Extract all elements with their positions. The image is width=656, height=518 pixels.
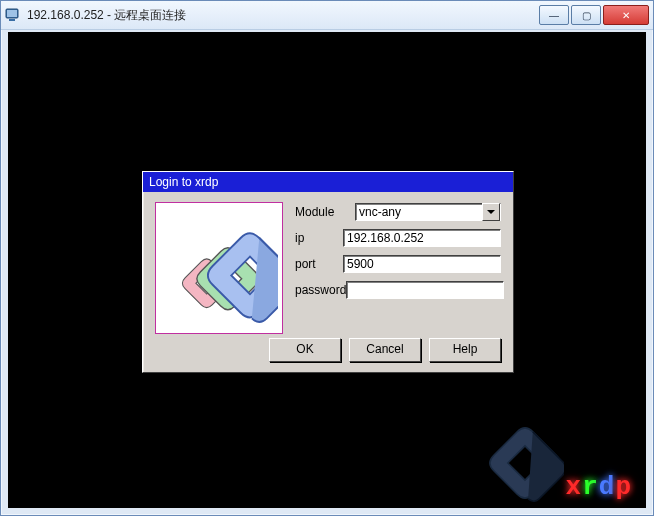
module-select[interactable]: vnc-any <box>355 203 501 221</box>
window-title: 192.168.0.252 - 远程桌面连接 <box>27 7 537 24</box>
help-button[interactable]: Help <box>429 338 501 362</box>
rdp-app-icon <box>5 7 21 23</box>
xrdp-login-dialog: Login to xrdp <box>142 171 514 373</box>
xrdp-brand-text: x r d p <box>566 472 632 502</box>
titlebar[interactable]: 192.168.0.252 - 远程桌面连接 — ▢ ✕ <box>1 1 653 30</box>
row-module: Module vnc-any <box>295 202 501 222</box>
cancel-button[interactable]: Cancel <box>349 338 421 362</box>
maximize-icon: ▢ <box>582 10 591 21</box>
window-buttons: — ▢ ✕ <box>537 5 649 25</box>
xrdp-brand-x-icon <box>486 424 564 502</box>
label-module: Module <box>295 205 355 219</box>
label-ip: ip <box>295 231 343 245</box>
dialog-title[interactable]: Login to xrdp <box>143 172 513 192</box>
dialog-buttons: OK Cancel Help <box>269 338 501 362</box>
minimize-icon: — <box>549 10 559 21</box>
row-port: port <box>295 254 501 274</box>
dialog-body: Module vnc-any ip port <box>143 192 513 372</box>
brand-letter-x: x <box>566 472 583 502</box>
chevron-down-icon <box>482 203 500 221</box>
brand-letter-p: p <box>615 472 632 502</box>
password-input[interactable] <box>346 281 504 299</box>
module-value: vnc-any <box>359 205 401 219</box>
ok-button[interactable]: OK <box>269 338 341 362</box>
svg-rect-1 <box>7 10 17 17</box>
remote-screen: Login to xrdp <box>8 32 646 508</box>
xrdp-logo-icon <box>160 209 278 327</box>
rdp-window: 192.168.0.252 - 远程桌面连接 — ▢ ✕ Login to xr… <box>0 0 654 516</box>
row-ip: ip <box>295 228 501 248</box>
port-input[interactable] <box>343 255 501 273</box>
help-label: Help <box>453 342 478 356</box>
login-form: Module vnc-any ip port <box>295 202 501 306</box>
row-password: password <box>295 280 501 300</box>
xrdp-brand: x r d p <box>486 424 632 502</box>
label-port: port <box>295 257 343 271</box>
cancel-label: Cancel <box>366 342 403 356</box>
xrdp-logo-frame <box>155 202 283 334</box>
maximize-button[interactable]: ▢ <box>571 5 601 25</box>
brand-letter-d: d <box>599 472 616 502</box>
svg-rect-2 <box>9 19 15 21</box>
ok-label: OK <box>296 342 313 356</box>
ip-input[interactable] <box>343 229 501 247</box>
label-password: password <box>295 283 346 297</box>
close-icon: ✕ <box>622 10 630 21</box>
minimize-button[interactable]: — <box>539 5 569 25</box>
brand-letter-r: r <box>582 472 599 502</box>
close-button[interactable]: ✕ <box>603 5 649 25</box>
